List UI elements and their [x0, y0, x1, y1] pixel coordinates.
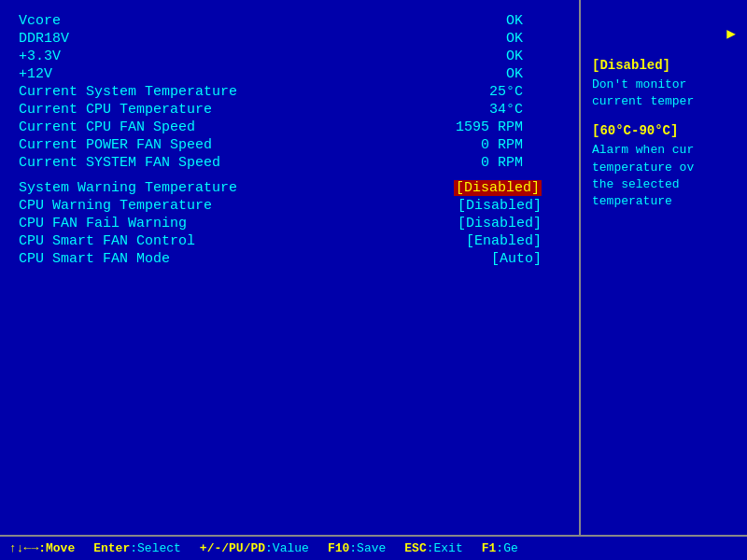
bottom-key: Enter — [93, 541, 130, 555]
status-row: Current POWER FAN Speed 0 RPM — [19, 137, 560, 153]
left-panel: Vcore OK DDR18V OK +3.3V OK +12V OK Curr… — [0, 0, 579, 535]
bottom-desc: :Exit — [427, 541, 463, 555]
status-label: +3.3V — [19, 49, 61, 64]
bottom-bar-item: F10:Save — [328, 541, 386, 555]
help-section: [60°C-90°C] Alarm when curtemperature ov… — [592, 123, 736, 210]
setting-value: [Auto] — [491, 251, 542, 267]
status-label: Current SYSTEM FAN Speed — [19, 155, 220, 171]
bottom-desc: :Save — [349, 541, 386, 555]
bottom-key: F10 — [328, 541, 349, 555]
status-row: Current System Temperature 25°C — [19, 84, 560, 100]
bottom-bar: ↑↓←→:MoveEnter:Select+/-/PU/PD:ValueF10:… — [0, 535, 747, 560]
status-row: +3.3V OK — [19, 49, 560, 64]
setting-rows: System Warning Temperature [Disabled] CP… — [19, 180, 560, 267]
setting-row[interactable]: CPU Smart FAN Mode [Auto] — [19, 251, 560, 267]
status-rows: Vcore OK DDR18V OK +3.3V OK +12V OK Curr… — [19, 13, 560, 171]
menu-arrow-icon: ▶ — [726, 24, 736, 43]
status-row: Vcore OK — [19, 13, 560, 29]
bottom-bar-item: Enter:Select — [93, 541, 181, 555]
item-help-title — [592, 9, 736, 13]
help-option: [60°C-90°C] — [592, 123, 736, 138]
status-value: OK — [506, 13, 523, 29]
status-row: Current SYSTEM FAN Speed 0 RPM — [19, 155, 560, 171]
help-section: [Disabled] Don't monitorcurrent temper — [592, 58, 736, 110]
status-row: Current CPU FAN Speed 1595 RPM — [19, 119, 560, 135]
setting-value: [Enabled] — [466, 233, 542, 249]
setting-row[interactable]: System Warning Temperature [Disabled] — [19, 180, 560, 196]
bottom-bar-item: +/-/PU/PD:Value — [200, 541, 309, 555]
setting-label: CPU Smart FAN Mode — [19, 251, 170, 267]
status-label: Current POWER FAN Speed — [19, 137, 212, 153]
status-row: +12V OK — [19, 66, 560, 82]
bottom-bar-item: ↑↓←→:Move — [9, 541, 75, 555]
status-value: OK — [506, 49, 523, 64]
bottom-bar-item: ESC:Exit — [404, 541, 462, 555]
setting-value: [Disabled] — [458, 198, 542, 214]
help-option: [Disabled] — [592, 58, 736, 73]
help-desc: Alarm when curtemperature ovthe selected… — [592, 142, 736, 210]
bottom-key: F1 — [482, 541, 497, 555]
setting-row[interactable]: CPU Warning Temperature [Disabled] — [19, 198, 560, 214]
setting-row[interactable]: CPU Smart FAN Control [Enabled] — [19, 233, 560, 249]
status-value: 0 RPM — [481, 137, 523, 153]
help-sections: [Disabled] Don't monitorcurrent temper [… — [592, 58, 736, 210]
bottom-key: ↑↓←→:Move — [9, 541, 75, 555]
bottom-bar-item: F1:Ge — [482, 541, 518, 555]
status-label: Vcore — [19, 13, 61, 29]
setting-label: System Warning Temperature — [19, 180, 237, 196]
status-value: 34°C — [489, 102, 523, 118]
right-panel: ▶ [Disabled] Don't monitorcurrent temper… — [579, 0, 747, 535]
status-value: OK — [506, 66, 523, 82]
bottom-desc: :Value — [265, 541, 309, 555]
setting-row[interactable]: CPU FAN Fail Warning [Disabled] — [19, 216, 560, 231]
status-row: DDR18V OK — [19, 31, 560, 47]
setting-value: [Disabled] — [454, 180, 542, 196]
setting-label: CPU FAN Fail Warning — [19, 216, 187, 231]
status-label: DDR18V — [19, 31, 69, 47]
bottom-desc: :Select — [130, 541, 181, 555]
help-desc: Don't monitorcurrent temper — [592, 77, 736, 110]
status-value: 25°C — [489, 84, 523, 100]
setting-label: CPU Smart FAN Control — [19, 233, 195, 249]
status-row: Current CPU Temperature 34°C — [19, 102, 560, 118]
main-area: Vcore OK DDR18V OK +3.3V OK +12V OK Curr… — [0, 0, 747, 535]
status-value: OK — [506, 31, 523, 47]
status-label: Current System Temperature — [19, 84, 237, 100]
status-label: Current CPU Temperature — [19, 102, 212, 118]
bottom-key: +/-/PU/PD — [200, 541, 265, 555]
bottom-key: ESC — [404, 541, 426, 555]
menu-level-row: ▶ — [592, 24, 736, 43]
setting-label: CPU Warning Temperature — [19, 198, 212, 214]
status-label: Current CPU FAN Speed — [19, 119, 195, 135]
status-value: 1595 RPM — [456, 119, 523, 135]
status-value: 0 RPM — [481, 155, 523, 171]
setting-value: [Disabled] — [458, 216, 542, 231]
bottom-desc: :Ge — [496, 541, 517, 555]
status-label: +12V — [19, 66, 52, 82]
bios-screen: Vcore OK DDR18V OK +3.3V OK +12V OK Curr… — [0, 0, 747, 560]
